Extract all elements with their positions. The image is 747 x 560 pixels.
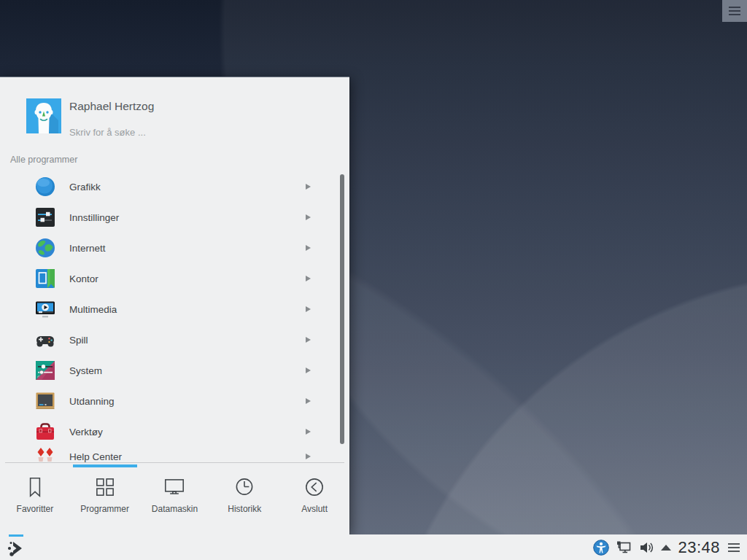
category-list: Grafikk Innstillinger [0, 171, 349, 462]
menu-item-multimedia[interactable]: Multimedia [0, 294, 349, 324]
toolbox-icon [35, 421, 55, 442]
chevron-right-icon [306, 184, 311, 190]
leave-icon [302, 475, 327, 499]
blackboard-icon [35, 391, 55, 411]
chevron-right-icon [306, 337, 311, 343]
bookmark-icon [23, 475, 47, 499]
application-launcher-button[interactable] [3, 534, 29, 560]
menu-item-settings[interactable]: Innstillinger [0, 202, 349, 233]
tab-label: Favoritter [17, 504, 54, 514]
application-launcher-popup: Raphael Hertzog Skriv for å søke ... All… [0, 77, 349, 534]
footer-divider [5, 462, 344, 463]
media-player-icon [35, 299, 55, 319]
expand-tray-arrow-icon[interactable] [661, 545, 671, 551]
tab-label: Avslutt [301, 504, 328, 514]
user-avatar[interactable] [26, 98, 61, 133]
hamburger-icon [729, 7, 740, 16]
menu-item-internet[interactable]: Internett [0, 233, 349, 263]
globe-icon [35, 238, 55, 258]
tab-label: Programmer [80, 504, 129, 514]
tab-computer[interactable]: Datamaskin [140, 468, 210, 535]
tab-label: Datamaskin [152, 504, 198, 514]
tab-leave[interactable]: Avslutt [279, 468, 349, 535]
chevron-right-icon [306, 245, 311, 251]
menu-item-label: Verktøy [69, 427, 103, 438]
tab-history[interactable]: Historikk [209, 468, 279, 535]
network-wired-icon[interactable] [616, 540, 632, 556]
tab-applications[interactable]: Programmer [70, 468, 140, 535]
office-document-icon [35, 268, 55, 289]
menu-item-graphics[interactable]: Grafikk [0, 171, 349, 202]
menu-item-help-center[interactable]: Help Center [0, 441, 349, 462]
chevron-right-icon [306, 429, 311, 435]
desktop-wallpaper: Raphael Hertzog Skriv for å søke ... All… [0, 0, 747, 560]
chevron-right-icon [306, 214, 311, 220]
system-sliders-icon [35, 360, 55, 381]
volume-icon[interactable] [638, 540, 654, 556]
menu-item-office[interactable]: Kontor [0, 263, 349, 294]
accessibility-icon[interactable] [593, 540, 609, 556]
menu-item-system[interactable]: System [0, 355, 349, 386]
taskbar-panel: 23:48 [0, 534, 747, 560]
overflow-menu-icon[interactable] [727, 542, 741, 553]
menu-item-education[interactable]: Utdanning [0, 386, 349, 416]
tab-label: Historikk [228, 504, 261, 514]
menu-item-label: Grafikk [69, 182, 101, 192]
launcher-tab-bar: Favoritter Programmer Datamaskin [0, 468, 349, 535]
active-tab-indicator [73, 464, 137, 467]
system-tray: 23:48 [593, 534, 741, 560]
menu-item-label: Internett [69, 243, 106, 254]
menu-item-label: Kontor [69, 273, 98, 284]
gamepad-icon [35, 330, 55, 350]
menu-item-label: Help Center [69, 451, 122, 462]
computer-icon [162, 475, 187, 499]
menu-item-games[interactable]: Spill [0, 324, 349, 355]
chevron-right-icon [306, 454, 311, 459]
desktop-toolbox-button[interactable] [722, 0, 747, 22]
chevron-right-icon [306, 306, 311, 312]
graphics-sphere-icon [35, 176, 55, 197]
user-name: Raphael Hertzog [69, 100, 154, 113]
kicker-launcher-icon [7, 539, 26, 558]
menu-item-label: Spill [69, 335, 88, 346]
menu-item-label: Multimedia [69, 304, 117, 315]
search-input[interactable]: Skriv for å søke ... [69, 127, 146, 138]
active-launcher-indicator [9, 534, 23, 537]
menu-item-label: Utdanning [69, 396, 115, 407]
breadcrumb-all-programs: Alle programmer [10, 155, 77, 165]
settings-sliders-icon [35, 207, 55, 228]
menu-item-label: Innstillinger [69, 212, 119, 223]
chevron-right-icon [306, 368, 311, 373]
chevron-right-icon [306, 398, 311, 404]
digital-clock[interactable]: 23:48 [678, 538, 720, 557]
help-icon [35, 446, 55, 462]
clock-icon [232, 475, 257, 499]
chevron-right-icon [306, 276, 311, 281]
apps-grid-icon [93, 475, 117, 499]
menu-item-label: System [69, 365, 102, 376]
list-scrollbar[interactable] [340, 174, 344, 444]
tab-favorites[interactable]: Favoritter [0, 468, 70, 535]
